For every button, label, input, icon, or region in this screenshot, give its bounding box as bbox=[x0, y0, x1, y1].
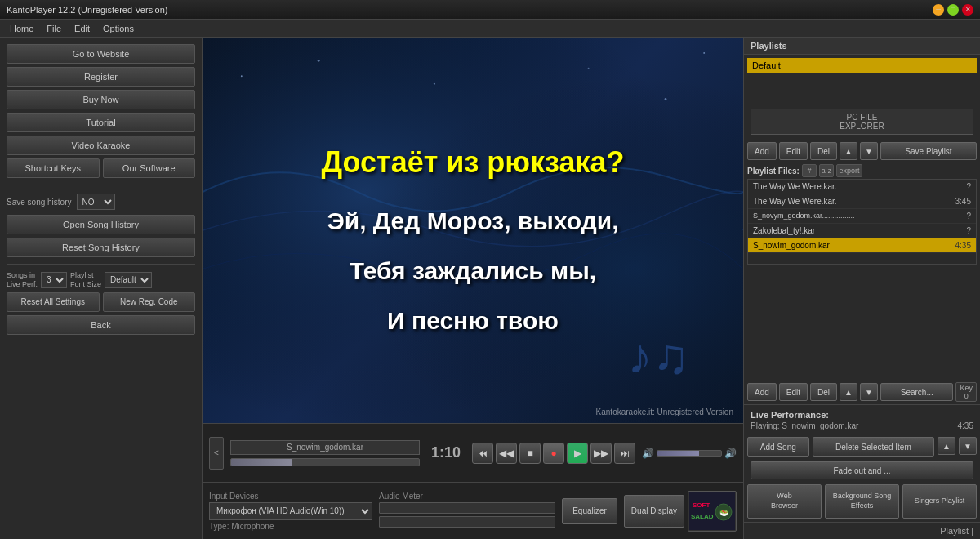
tutorial-button[interactable]: Tutorial bbox=[7, 113, 195, 132]
playlist-list: Default bbox=[747, 58, 977, 107]
menu-file[interactable]: File bbox=[40, 22, 68, 35]
playlist-action-bar: Add Edit Del ▲ ▼ Save Playlist bbox=[744, 140, 980, 163]
left-panel: Go to Website Register Buy Now Tutorial … bbox=[0, 38, 203, 539]
menu-edit[interactable]: Edit bbox=[68, 22, 96, 35]
file-item-4[interactable]: Zakolebal_ty!.kar ? bbox=[748, 224, 976, 238]
dual-display-button[interactable]: Dual Display bbox=[624, 495, 684, 528]
playlists-section: Default PC FILE EXPLORER bbox=[744, 55, 980, 140]
volume-bar[interactable] bbox=[657, 450, 722, 457]
web-browser-button[interactable]: Web Browser bbox=[747, 484, 822, 519]
az-sort-icon[interactable]: a-z bbox=[819, 164, 834, 177]
file-duration-1: ? bbox=[966, 182, 971, 191]
hashtag-icon[interactable]: # bbox=[802, 164, 817, 177]
save-playlist-button[interactable]: Save Playlist bbox=[880, 142, 977, 160]
move-down-button[interactable]: ▼ bbox=[860, 142, 878, 160]
new-reg-code-button[interactable]: New Reg. Code bbox=[103, 292, 196, 312]
file-item-2[interactable]: The Way We Were.kar. 3:45 bbox=[748, 194, 976, 209]
delete-selected-button[interactable]: Delete Selected Item bbox=[813, 437, 934, 457]
playlist-font-size-select[interactable]: Default Small Large bbox=[105, 272, 152, 288]
search-button[interactable]: Search... bbox=[880, 383, 953, 401]
stop-button[interactable]: ■ bbox=[519, 443, 541, 464]
maximize-button[interactable]: □ bbox=[947, 4, 959, 16]
files-edit-button[interactable]: Edit bbox=[779, 383, 808, 401]
back-button[interactable]: Back bbox=[7, 315, 195, 335]
main-area: Go to Website Register Buy Now Tutorial … bbox=[0, 38, 980, 539]
live-move-up-button[interactable]: ▲ bbox=[938, 437, 956, 455]
export-icon[interactable]: export bbox=[836, 164, 862, 177]
next-track-button[interactable]: ⏭ bbox=[614, 443, 635, 464]
audio-meter-label: Audio Meter bbox=[379, 492, 555, 501]
fast-forward-button[interactable]: ▶▶ bbox=[590, 443, 612, 464]
file-name-2: The Way We Were.kar. bbox=[753, 197, 837, 206]
record-button[interactable]: ● bbox=[543, 443, 564, 464]
file-duration-3: ? bbox=[966, 212, 971, 220]
save-history-select[interactable]: NO YES bbox=[77, 194, 115, 210]
files-add-button[interactable]: Add bbox=[747, 383, 777, 401]
files-del-button[interactable]: Del bbox=[810, 383, 837, 401]
bottom-nav-buttons: Web Browser Background Song Effects Sing… bbox=[744, 481, 980, 522]
file-name-1: The Way We Were.kar. bbox=[753, 182, 837, 191]
shortcut-keys-button[interactable]: Shortcut Keys bbox=[7, 158, 100, 178]
equalizer-button[interactable]: Equalizer bbox=[562, 498, 617, 524]
file-item-3[interactable]: S_novym_godom.kar................ ? bbox=[748, 209, 976, 224]
menu-options[interactable]: Options bbox=[96, 22, 140, 35]
pc-file-explorer-button[interactable]: PC FILE EXPLORER bbox=[751, 109, 973, 135]
close-button[interactable]: ✕ bbox=[962, 4, 973, 16]
volume-max-icon: 🔊 bbox=[724, 448, 737, 459]
live-duration-text: 4:35 bbox=[958, 421, 973, 430]
singers-playlist-button[interactable]: Singers Playlist bbox=[902, 484, 977, 519]
svg-point-6 bbox=[665, 98, 667, 100]
menu-bar: Home File Edit Options bbox=[0, 20, 980, 38]
progress-bar-container[interactable] bbox=[230, 458, 420, 466]
add-song-button[interactable]: Add Song bbox=[747, 437, 809, 457]
songs-in-select[interactable]: 3 1 2 5 bbox=[41, 272, 67, 288]
files-move-up-button[interactable]: ▲ bbox=[840, 383, 858, 401]
play-button[interactable]: ▶ bbox=[567, 443, 588, 464]
prev-track-button[interactable]: ⏮ bbox=[472, 443, 493, 464]
collapse-button[interactable]: < bbox=[209, 437, 224, 470]
music-note-decoration: ♪♫ bbox=[628, 328, 689, 385]
live-move-down-button[interactable]: ▼ bbox=[959, 437, 977, 455]
fade-out-button[interactable]: Fade out and ... bbox=[751, 461, 973, 479]
file-item-5[interactable]: S_nowim_godom.kar 4:35 bbox=[748, 238, 976, 253]
svg-point-4 bbox=[434, 83, 435, 85]
live-perf-buttons: Add Song Delete Selected Item ▲ ▼ bbox=[744, 434, 980, 460]
svg-text:SALAD: SALAD bbox=[691, 513, 714, 520]
our-software-button[interactable]: Our Software bbox=[103, 158, 196, 178]
playlist-files-section: Playlist Files: # a-z export The Way We … bbox=[744, 163, 980, 380]
volume-fill bbox=[657, 451, 699, 456]
files-action-bar: Add Edit Del ▲ ▼ Search... Key0 bbox=[744, 380, 980, 404]
playlist-files-label: Playlist Files: bbox=[747, 167, 800, 176]
menu-home[interactable]: Home bbox=[3, 22, 40, 35]
files-move-down-button[interactable]: ▼ bbox=[860, 383, 878, 401]
playlist-edit-button[interactable]: Edit bbox=[779, 142, 808, 160]
open-song-history-button[interactable]: Open Song History bbox=[7, 215, 195, 234]
buy-now-button[interactable]: Buy Now bbox=[7, 90, 195, 109]
fade-out-row: Fade out and ... bbox=[744, 460, 980, 481]
watermark-text: Kantokaraoke.it: Unregistered Version bbox=[596, 408, 733, 416]
move-up-button[interactable]: ▲ bbox=[840, 142, 858, 160]
playlist-del-button[interactable]: Del bbox=[810, 142, 837, 160]
now-playing-filename: S_nowim_godom.kar bbox=[230, 440, 420, 455]
goto-website-button[interactable]: Go to Website bbox=[7, 44, 195, 64]
file-item-1[interactable]: The Way We Were.kar. ? bbox=[748, 180, 976, 194]
background-song-effects-button[interactable]: Background Song Effects bbox=[825, 484, 899, 519]
register-button[interactable]: Register bbox=[7, 67, 195, 87]
playlist-add-button[interactable]: Add bbox=[747, 142, 777, 160]
karaoke-line-2: Эй, Дед Мороз, выходи, bbox=[203, 207, 743, 235]
input-devices-section: Input Devices Микрофон (VIA HD Audio(Win… bbox=[209, 492, 372, 531]
input-device-select[interactable]: Микрофон (VIA HD Audio(Win 10)) bbox=[209, 502, 372, 520]
rewind-button[interactable]: ◀◀ bbox=[496, 443, 517, 464]
shortcut-software-row: Shortcut Keys Our Software bbox=[7, 158, 195, 178]
playlist-label-row: Playlist | bbox=[744, 522, 980, 539]
video-karaoke-button[interactable]: Video Karaoke bbox=[7, 136, 195, 155]
minimize-button[interactable]: ─ bbox=[933, 4, 944, 16]
reset-all-settings-button[interactable]: Reset All Settings bbox=[7, 292, 100, 312]
save-history-label: Save song history bbox=[7, 198, 72, 207]
window-controls: ─ □ ✕ bbox=[933, 4, 973, 16]
playlist-label: Playlist | bbox=[940, 526, 973, 536]
volume-area: 🔊 🔊 bbox=[642, 448, 737, 459]
playlist-item-default[interactable]: Default bbox=[747, 58, 977, 73]
reset-song-history-button[interactable]: Reset Song History bbox=[7, 238, 195, 257]
type-label: Type: Microphone bbox=[209, 522, 372, 531]
